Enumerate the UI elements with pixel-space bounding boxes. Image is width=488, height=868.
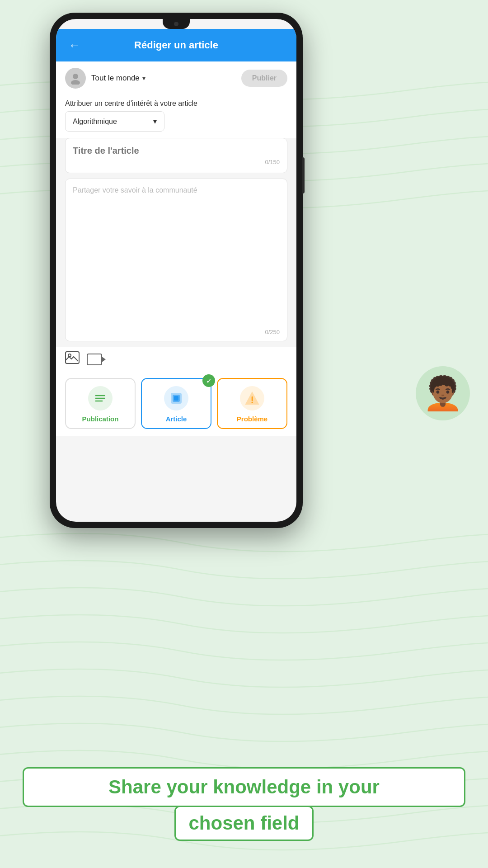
check-badge: ✓ <box>202 374 215 387</box>
banner-line2: chosen field <box>188 812 299 834</box>
post-type-article[interactable]: ✓ Article <box>141 378 211 429</box>
post-type-publication[interactable]: Publication <box>65 378 136 429</box>
svg-point-12 <box>252 402 253 403</box>
audience-label: Tout le monde <box>91 74 140 83</box>
problem-icon <box>240 386 264 410</box>
interest-dropdown[interactable]: Algorithmique ▾ <box>65 111 164 132</box>
body-area[interactable]: Partager votre savoir à la communauté 0/… <box>65 179 287 341</box>
dropdown-value: Algorithmique <box>73 118 117 126</box>
banner-line2-box: chosen field <box>174 806 313 841</box>
image-icon[interactable] <box>65 351 80 367</box>
floating-avatar: 🧑🏾‍🦱 <box>416 366 470 420</box>
bottom-banner: Share your knowledge in your chosen fiel… <box>23 767 465 841</box>
page-title: Rédiger un article <box>134 39 218 51</box>
banner-line1-box: Share your knowledge in your <box>23 767 465 807</box>
svg-point-4 <box>68 354 71 357</box>
dropdown-row: Algorithmique ▾ <box>56 111 296 138</box>
article-label: Article <box>166 415 187 423</box>
title-area: 0/150 <box>65 138 287 173</box>
svg-point-2 <box>71 80 80 85</box>
phone-screen: ← Rédiger un article Tout le monde ▾ Pub… <box>56 19 296 522</box>
video-icon[interactable] <box>87 354 102 365</box>
notch-dot <box>174 22 178 26</box>
post-types: Publication ✓ Article <box>56 374 296 436</box>
body-char-count: 0/250 <box>265 329 280 335</box>
phone-shell: ← Rédiger un article Tout le monde ▾ Pub… <box>50 13 303 528</box>
title-char-count: 0/150 <box>73 159 280 165</box>
audience-selector[interactable]: Tout le monde ▾ <box>91 74 145 83</box>
post-type-problem[interactable]: Problème <box>217 378 287 429</box>
notch <box>163 19 190 29</box>
banner-line1: Share your knowledge in your <box>108 776 380 797</box>
avatar <box>65 68 86 89</box>
audience-left: Tout le monde ▾ <box>65 68 145 89</box>
audience-chevron-icon: ▾ <box>142 75 145 82</box>
problem-label: Problème <box>237 415 267 423</box>
app-header: ← Rédiger un article <box>56 29 296 61</box>
article-icon <box>164 386 188 410</box>
back-button[interactable]: ← <box>65 35 84 56</box>
interest-label: Attribuer un centre d'intérêt à votre ar… <box>56 95 296 111</box>
dropdown-chevron-icon: ▾ <box>153 117 157 126</box>
media-row <box>56 347 296 374</box>
publication-icon <box>88 386 113 410</box>
audience-row: Tout le monde ▾ Publier <box>56 61 296 95</box>
body-placeholder: Partager votre savoir à la communauté <box>73 186 280 194</box>
svg-rect-10 <box>174 396 178 401</box>
publication-label: Publication <box>82 415 119 423</box>
svg-point-1 <box>73 74 78 79</box>
title-input[interactable] <box>73 146 280 156</box>
side-button <box>302 157 305 193</box>
publish-button[interactable]: Publier <box>241 70 287 87</box>
